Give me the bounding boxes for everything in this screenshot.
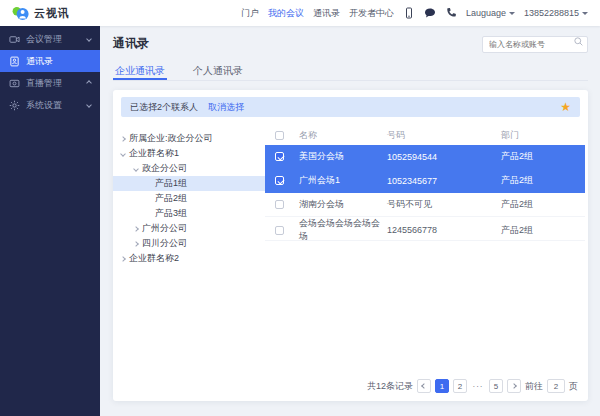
select-all-checkbox[interactable] [275, 131, 284, 140]
tree-item[interactable]: 产品2组 [113, 191, 265, 206]
contacts-table: 名称 号码 部门 美国分会场 1052594544 产品2组 广州会场1 105… [265, 125, 585, 371]
page-button[interactable]: 1 [435, 379, 449, 393]
org-tree: 所属企业:政企分公司 企业群名称1 政企分公司 产品1组 产品2组 产品3组 广… [113, 125, 265, 371]
content-card: 已选择2个联系人 取消选择 ★ 所属企业:政企分公司 企业群名称1 政企分公司 … [113, 90, 588, 401]
tree-item-label: 产品3组 [155, 207, 187, 220]
app-logo[interactable]: 云视讯 [12, 6, 70, 21]
top-nav: 门户我的会议通讯录开发者中心 Lauguage 13852288815 [241, 7, 588, 20]
tree-item[interactable]: 产品3组 [113, 206, 265, 221]
goto-page-input[interactable] [547, 379, 565, 393]
caret-down-icon [509, 12, 515, 15]
sidebar-item-label: 直播管理 [26, 77, 62, 90]
main-content: 通讯录 企业通讯录个人通讯录 已选择2个联系人 取消选择 ★ 所属企业:政企分公… [100, 26, 600, 416]
total-records-text: 共12条记录 [367, 380, 413, 393]
tree-item[interactable]: 政企分公司 [113, 161, 265, 176]
language-dropdown[interactable]: Lauguage [466, 8, 515, 18]
tree-item[interactable]: 所属企业:政企分公司 [113, 131, 265, 146]
table-row[interactable]: 美国分会场 1052594544 产品2组 [265, 145, 585, 169]
tree-item-label: 产品1组 [155, 177, 187, 190]
row-checkbox[interactable] [275, 226, 284, 235]
tree-item[interactable]: 产品1组 [113, 176, 265, 191]
top-nav-item[interactable]: 我的会议 [268, 7, 304, 20]
tree-item-label: 企业群名称2 [129, 252, 179, 265]
tree-item-label: 产品2组 [155, 192, 187, 205]
sidebar-item-video[interactable]: 会议管理 [0, 28, 100, 50]
sidebar-item-contacts[interactable]: 通讯录 [0, 50, 100, 72]
top-nav-items: 门户我的会议通讯录开发者中心 [241, 7, 394, 20]
mobile-icon[interactable] [403, 7, 415, 19]
row-checkbox[interactable] [275, 176, 284, 185]
cell-dept: 产品2组 [501, 174, 585, 187]
chevron-down-icon [86, 36, 92, 42]
card-body: 所属企业:政企分公司 企业群名称1 政企分公司 产品1组 产品2组 产品3组 广… [113, 125, 588, 371]
star-icon[interactable]: ★ [560, 101, 571, 113]
tree-item[interactable]: 四川分公司 [113, 236, 265, 251]
table-row[interactable]: 会场会场会场会场会场 1245566778 产品2组 [265, 217, 585, 241]
sidebar-item-live[interactable]: 直播管理 [0, 72, 100, 94]
search-icon[interactable] [573, 36, 584, 47]
chevron-down-icon [133, 166, 139, 172]
page-list: 12···5 [435, 379, 503, 393]
selection-banner: 已选择2个联系人 取消选择 ★ [121, 97, 580, 117]
top-nav-item[interactable]: 通讯录 [313, 7, 340, 20]
chevron-left-icon [421, 383, 427, 389]
chevron-up-icon [86, 80, 92, 86]
page-title: 通讯录 [113, 35, 149, 52]
cancel-selection-link[interactable]: 取消选择 [208, 101, 244, 114]
page-ellipsis[interactable]: ··· [471, 379, 485, 393]
sidebar-item-label: 系统设置 [26, 99, 62, 112]
column-header-dept: 部门 [501, 129, 585, 142]
cell-dept: 产品2组 [501, 224, 585, 237]
prev-page-button[interactable] [417, 379, 431, 393]
cell-dept: 产品2组 [501, 198, 585, 211]
table-row[interactable]: 湖南分会场 号码不可见 产品2组 [265, 193, 585, 217]
live-icon [9, 78, 20, 89]
cell-number: 1052345677 [387, 176, 501, 186]
sidebar-item-label: 通讯录 [26, 55, 53, 68]
tab[interactable]: 个人通讯录 [191, 61, 245, 80]
next-page-button[interactable] [507, 379, 521, 393]
table-row[interactable]: 广州会场1 1052345677 产品2组 [265, 169, 585, 193]
page-unit-label: 页 [569, 380, 578, 393]
chevron-down-icon [86, 102, 92, 108]
sidebar-item-label: 会议管理 [26, 33, 62, 46]
table-header: 名称 号码 部门 [265, 125, 585, 145]
column-header-number: 号码 [387, 129, 501, 142]
top-header: 云视讯 门户我的会议通讯录开发者中心 Lauguage 13852288815 [0, 0, 600, 26]
phone-icon[interactable] [445, 7, 457, 19]
app-window: 云视讯 门户我的会议通讯录开发者中心 Lauguage 13852288815 … [0, 0, 600, 416]
chat-icon[interactable] [424, 7, 436, 19]
page-button[interactable]: 5 [489, 379, 503, 393]
search-box [482, 33, 588, 50]
top-nav-item[interactable]: 门户 [241, 7, 259, 20]
account-dropdown[interactable]: 13852288815 [524, 8, 588, 18]
tree-item-label: 所属企业:政企分公司 [129, 132, 213, 145]
sidebar-item-gear[interactable]: 系统设置 [0, 94, 100, 116]
column-header-name: 名称 [299, 129, 387, 142]
tree-item-label: 广州分公司 [142, 222, 187, 235]
caret-down-icon [582, 12, 588, 15]
tab[interactable]: 企业通讯录 [113, 61, 167, 80]
cell-dept: 产品2组 [501, 150, 585, 163]
row-checkbox[interactable] [275, 152, 284, 161]
tree-item-label: 政企分公司 [142, 162, 187, 175]
account-number: 13852288815 [524, 8, 579, 18]
table-body: 美国分会场 1052594544 产品2组 广州会场1 1052345677 产… [265, 145, 585, 241]
logo-text: 云视讯 [34, 6, 70, 21]
cell-name: 会场会场会场会场会场 [299, 217, 387, 243]
sidebar-menu: 会议管理 通讯录 直播管理 系统设置 [0, 28, 100, 116]
chevron-right-icon [120, 136, 126, 142]
cell-name: 美国分会场 [299, 150, 387, 163]
language-label: Lauguage [466, 8, 506, 18]
cell-name: 湖南分会场 [299, 198, 387, 211]
row-checkbox[interactable] [275, 200, 284, 209]
tree-item[interactable]: 企业群名称1 [113, 146, 265, 161]
cell-number: 号码不可见 [387, 198, 501, 211]
page-button[interactable]: 2 [453, 379, 467, 393]
goto-label: 前往 [525, 380, 543, 393]
top-nav-item[interactable]: 开发者中心 [349, 7, 394, 20]
tree-item[interactable]: 广州分公司 [113, 221, 265, 236]
tree-item[interactable]: 企业群名称2 [113, 251, 265, 266]
pagination: 共12条记录 12···5 前往 页 [367, 379, 578, 393]
selection-count-text: 已选择2个联系人 [130, 101, 198, 114]
